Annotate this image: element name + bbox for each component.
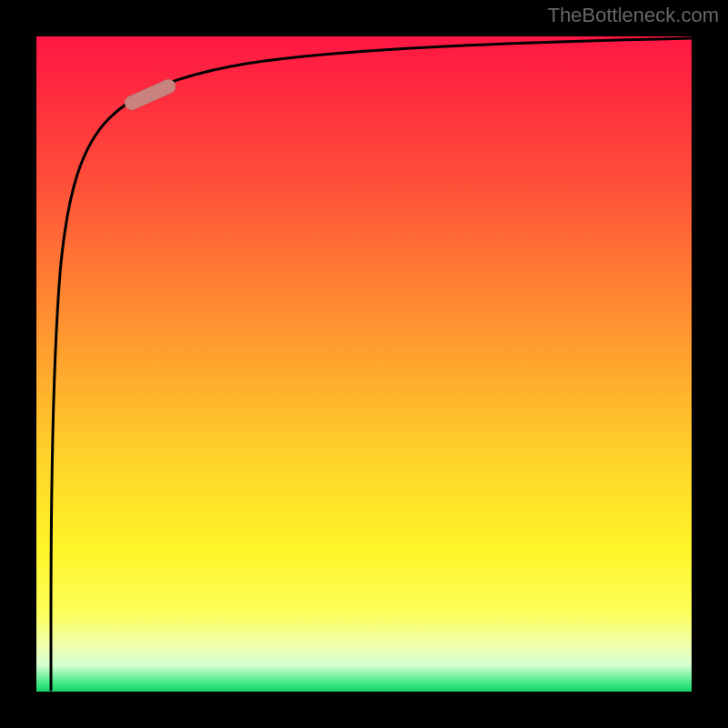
attribution-label: TheBottleneck.com (548, 4, 719, 27)
bottleneck-curve (51, 38, 692, 690)
svg-rect-0 (122, 76, 177, 112)
plot-area (36, 36, 692, 692)
curve-layer (36, 36, 692, 692)
chart-frame: TheBottleneck.com (0, 0, 728, 728)
curve-marker (122, 76, 177, 112)
